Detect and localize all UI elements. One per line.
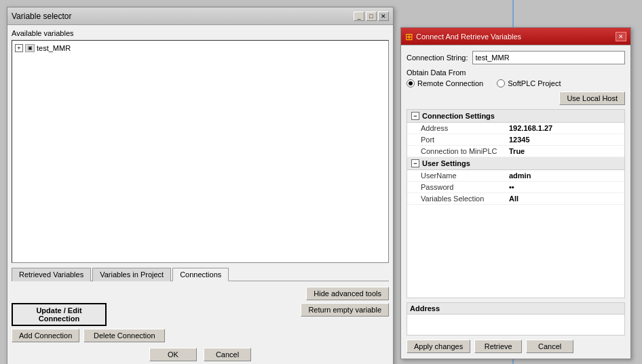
cancel-button[interactable]: Cancel — [204, 348, 251, 361]
variables-tree[interactable]: + ▣ test_MMR — [12, 40, 389, 263]
connect-window-title: Connect And Retrieve Variables — [416, 33, 521, 41]
connect-close-button[interactable]: ✕ — [616, 32, 626, 41]
tree-node-icon: ▣ — [25, 44, 35, 52]
connect-title-area: ⊞ Connect And Retrieve Variables — [405, 31, 521, 42]
ok-button[interactable]: OK — [149, 348, 197, 361]
return-empty-variable-button[interactable]: Return empty variable — [301, 303, 389, 317]
radio-softplc-label: SoftPLC Project — [508, 79, 561, 87]
address-value: 192.168.1.27 — [509, 124, 552, 132]
titlebar-controls: _ □ ✕ — [354, 12, 389, 21]
ok-cancel-row: OK Cancel — [12, 348, 389, 361]
settings-grid: − Connection Settings Address 192.168.1.… — [407, 109, 625, 298]
available-variables-label: Available variables — [12, 29, 389, 37]
radio-remote-connection[interactable]: Remote Connection — [407, 79, 483, 87]
add-connection-button[interactable]: Add Connection — [12, 329, 79, 342]
tree-item-test-mmr[interactable]: + ▣ test_MMR — [15, 43, 385, 53]
connect-window: ⊞ Connect And Retrieve Variables ✕ Conne… — [400, 27, 631, 359]
connection-miniplc-key: Connection to MiniPLC — [421, 147, 509, 155]
radio-softplc-circle — [497, 79, 505, 87]
obtain-data-radios: Remote Connection SoftPLC Project — [407, 79, 625, 87]
password-value: •• — [509, 183, 514, 191]
user-settings-header: − User Settings — [407, 157, 624, 170]
username-value: admin — [509, 171, 531, 180]
variable-selector-title: Variable selector — [12, 12, 72, 21]
variable-selector-titlebar: Variable selector _ □ ✕ — [7, 7, 393, 25]
maximize-button[interactable]: □ — [366, 12, 377, 21]
tree-expand-icon[interactable]: + — [15, 44, 23, 52]
variables-selection-key: Variables Selection — [421, 195, 509, 203]
variables-selection-value: All — [509, 195, 518, 203]
connection-settings-header: − Connection Settings — [407, 110, 624, 123]
address-box-content — [407, 315, 624, 335]
tab-variables-in-project[interactable]: Variables in Project — [92, 268, 171, 281]
address-box-label: Address — [407, 303, 624, 315]
address-box: Address — [407, 302, 625, 336]
settings-row-variables-selection: Variables Selection All — [407, 193, 624, 205]
user-settings-title: User Settings — [422, 159, 470, 167]
connect-window-body: Connection String: Obtain Data From Remo… — [401, 45, 630, 359]
tabs-row: Retrieved Variables Variables in Project… — [12, 267, 389, 281]
apply-changes-button[interactable]: Apply changes — [407, 340, 470, 353]
update-edit-connection-button[interactable]: Update / Edit Connection — [12, 303, 107, 326]
minimize-button[interactable]: _ — [354, 12, 364, 21]
settings-row-port: Port 12345 — [407, 134, 624, 146]
connect-titlebar-controls: ✕ — [616, 32, 626, 41]
obtain-data-label: Obtain Data From — [407, 68, 625, 77]
buttons-row-2: Update / Edit Connection Return empty va… — [12, 303, 389, 326]
tab-retrieved-variables[interactable]: Retrieved Variables — [12, 268, 91, 281]
retrieve-button[interactable]: Retrieve — [474, 340, 522, 353]
connect-window-titlebar: ⊞ Connect And Retrieve Variables ✕ — [401, 28, 630, 45]
buttons-row-3: Add Connection Delete Connection — [12, 329, 389, 342]
use-localhost-row: Use Local Host — [407, 92, 625, 105]
radio-remote-circle — [407, 79, 415, 87]
connection-string-row: Connection String: — [407, 51, 625, 64]
tree-item-label: test_MMR — [37, 44, 71, 52]
connection-settings-expand[interactable]: − — [411, 112, 419, 120]
variable-selector-body: Available variables + ▣ test_MMR Retriev… — [7, 25, 393, 364]
username-key: UserName — [421, 171, 509, 180]
tabs-area: Retrieved Variables Variables in Project… — [12, 267, 389, 284]
user-settings-expand[interactable]: − — [411, 159, 419, 167]
connection-settings-title: Connection Settings — [422, 112, 495, 120]
settings-row-connection-miniPLC: Connection to MiniPLC True — [407, 146, 624, 157]
settings-row-username: UserName admin — [407, 170, 624, 182]
connection-string-label: Connection String: — [407, 54, 468, 62]
radio-remote-label: Remote Connection — [417, 79, 483, 87]
close-button[interactable]: ✕ — [378, 12, 389, 21]
hide-advanced-tools-button[interactable]: Hide advanced tools — [306, 287, 389, 300]
warning-icon: ⊞ — [405, 31, 413, 42]
delete-connection-button[interactable]: Delete Connection — [83, 329, 165, 342]
use-localhost-button[interactable]: Use Local Host — [559, 92, 625, 105]
connect-cancel-button[interactable]: Cancel — [526, 340, 573, 353]
variable-selector-window: Variable selector _ □ ✕ Available variab… — [7, 7, 394, 364]
settings-row-address: Address 192.168.1.27 — [407, 123, 624, 134]
password-key: Password — [421, 183, 509, 191]
port-key: Port — [421, 136, 509, 144]
buttons-row-1: Hide advanced tools — [12, 287, 389, 300]
port-value: 12345 — [509, 136, 530, 144]
settings-row-password: Password •• — [407, 182, 624, 193]
address-key: Address — [421, 124, 509, 132]
tab-connections[interactable]: Connections — [172, 268, 229, 281]
radio-softplc-project[interactable]: SoftPLC Project — [497, 79, 561, 87]
connection-miniplc-value: True — [509, 147, 525, 155]
connect-bottom-buttons: Apply changes Retrieve Cancel — [407, 340, 625, 353]
connection-string-input[interactable] — [472, 51, 626, 64]
